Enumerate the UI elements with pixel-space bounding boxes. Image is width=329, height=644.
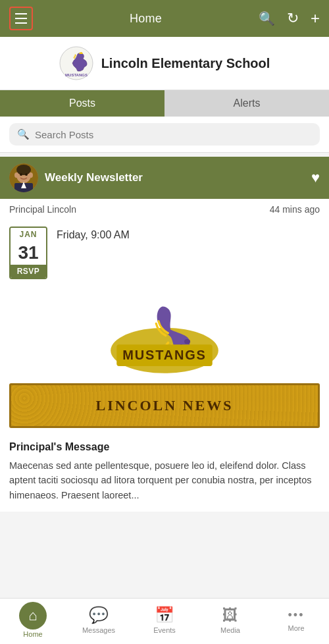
- mustang-logo-wrap: MUSTANGS: [0, 283, 329, 378]
- post-card: Weekly Newsletter ♥ Principal Lincoln 44…: [0, 157, 329, 512]
- refresh-icon[interactable]: ↻: [287, 10, 299, 27]
- hamburger-line-1: [15, 13, 27, 14]
- mustang-logo-large: MUSTANGS: [99, 290, 230, 375]
- svg-point-9: [20, 173, 22, 176]
- more-icon: •••: [288, 608, 305, 622]
- events-label: Events: [153, 626, 176, 634]
- event-section: JAN 31 RSVP Friday, 9:00 AM: [0, 220, 329, 283]
- media-icon: 🖼: [222, 606, 238, 624]
- avatar-image: [9, 163, 38, 192]
- svg-text:MUSTANGS: MUSTANGS: [65, 73, 88, 77]
- events-icon: 📅: [155, 606, 174, 624]
- message-title: Principal's Message: [9, 441, 320, 453]
- svg-point-6: [29, 173, 33, 178]
- home-label: Home: [23, 630, 42, 638]
- tabs-bar: Posts Alerts: [0, 90, 329, 117]
- bottom-nav: ⌂ Home 💬 Messages 📅 Events 🖼 Media ••• M…: [0, 598, 329, 644]
- bottom-nav-more[interactable]: ••• More: [263, 608, 329, 635]
- search-glass-icon: 🔍: [17, 128, 30, 140]
- bottom-nav-messages[interactable]: 💬 Messages: [66, 606, 132, 637]
- lincoln-news-banner: LINCOLN NEWS: [9, 383, 320, 428]
- avatar: [9, 163, 38, 192]
- add-icon[interactable]: +: [311, 9, 320, 28]
- heart-icon[interactable]: ♥: [311, 169, 320, 186]
- school-logo: MUSTANGS: [59, 46, 93, 80]
- post-header-left: Weekly Newsletter: [9, 163, 143, 192]
- date-month: JAN: [11, 228, 46, 241]
- svg-point-5: [14, 173, 18, 178]
- search-input[interactable]: [35, 129, 312, 140]
- post-header: Weekly Newsletter ♥: [0, 157, 329, 199]
- rsvp-label[interactable]: RSVP: [11, 265, 46, 278]
- nav-title: Home: [130, 12, 162, 26]
- svg-point-12: [184, 339, 190, 344]
- svg-text:MUSTANGS: MUSTANGS: [122, 348, 207, 362]
- message-body: Maecenas sed ante pellentesque, posuere …: [9, 458, 320, 502]
- svg-point-10: [25, 173, 28, 176]
- post-title: Weekly Newsletter: [45, 171, 143, 184]
- date-day: 31: [11, 241, 46, 265]
- mustang-small-logo: MUSTANGS: [59, 46, 93, 80]
- top-nav-bar: Home 🔍 ↻ +: [0, 0, 329, 37]
- post-author: Principal Lincoln: [9, 204, 76, 215]
- tab-alerts[interactable]: Alerts: [164, 90, 329, 117]
- lincoln-news-text: LINCOLN NEWS: [96, 397, 234, 414]
- search-wrap: 🔍: [9, 123, 320, 146]
- bottom-nav-media[interactable]: 🖼 Media: [197, 606, 263, 637]
- bottom-nav-home[interactable]: ⌂ Home: [0, 602, 66, 641]
- post-meta: Principal Lincoln 44 mins ago: [0, 199, 329, 220]
- hamburger-line-2: [15, 18, 27, 19]
- nav-left: [9, 7, 33, 30]
- school-header: MUSTANGS Lincoln Elementary School: [0, 37, 329, 90]
- message-section: Principal's Message Maecenas sed ante pe…: [0, 433, 329, 512]
- tab-posts[interactable]: Posts: [0, 90, 164, 117]
- home-icon: ⌂: [28, 607, 37, 624]
- post-time: 44 mins ago: [270, 204, 320, 215]
- hamburger-line-3: [15, 22, 27, 24]
- nav-right: 🔍 ↻ +: [259, 9, 320, 28]
- search-icon[interactable]: 🔍: [259, 11, 275, 26]
- date-block: JAN 31 RSVP: [9, 227, 47, 279]
- media-label: Media: [220, 626, 240, 634]
- more-label: More: [288, 624, 304, 632]
- school-name: Lincoln Elementary School: [101, 56, 270, 71]
- svg-point-4: [16, 165, 31, 175]
- home-icon-wrap: ⌂: [19, 602, 47, 630]
- event-time: Friday, 9:00 AM: [57, 227, 130, 241]
- hamburger-button[interactable]: [9, 7, 33, 30]
- search-bar: 🔍: [0, 117, 329, 153]
- messages-icon: 💬: [89, 606, 109, 624]
- bottom-nav-events[interactable]: 📅 Events: [132, 606, 197, 637]
- messages-label: Messages: [82, 626, 115, 634]
